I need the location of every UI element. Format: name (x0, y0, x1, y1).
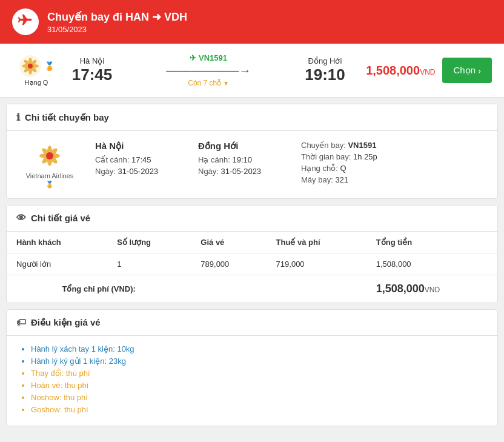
flight-card: 🏅 Hạng Q Hà Nội 17:45 ✈ VN1591 ——————→ C… (0, 44, 504, 98)
fare-conditions-list: Hành lý xách tay 1 kiện: 10kg Hành lý ký… (19, 344, 485, 414)
row-total-cell: 1,508,000 (366, 253, 497, 275)
cat-canh-row: Cất cánh: 17:45 (95, 155, 180, 164)
info-icon: ℹ (16, 112, 20, 123)
list-item: Hành lý ký gửi 1 kiện: 23kg (31, 357, 485, 366)
airline-detail-logo: Vietnam Airlines 🏅 (16, 141, 83, 189)
col-ticket-price: Giá vé (191, 232, 266, 253)
arrival-time: 19:10 (300, 65, 349, 84)
col-total: Tổng tiền (366, 232, 497, 253)
departure-detail-city: Hà Nội (95, 141, 180, 152)
arrival-detail: Đồng Hới Hạ cánh: 19:10 Ngày: 31-05-2023 (198, 141, 283, 187)
flight-extra-info: Chuyến bay: VN1591 Thời gian bay: 1h 25p… (301, 141, 410, 187)
tax-cell: 719,000 (267, 253, 366, 275)
airline-logos: 🏅 Hạng Q (12, 55, 61, 87)
header-text: Chuyến bay đi HAN ➜ VDH 31/05/2023 (47, 10, 187, 34)
svg-point-18 (46, 152, 53, 159)
passenger-cell: Người lớn (7, 253, 107, 275)
total-row: Tổng chi phí (VND): 1,508,000VND (7, 275, 497, 303)
departure-detail: Hà Nội Cất cánh: 17:45 Ngày: 31-05-2023 (95, 141, 180, 187)
header-date: 31/05/2023 (47, 25, 187, 34)
may-bay-row: Máy bay: 321 (301, 175, 410, 184)
hang-cho-row: Hạng chỗ: Q (301, 164, 410, 173)
medal-icon: 🏅 (44, 61, 55, 71)
ticket-price-cell: 789,000 (191, 253, 266, 275)
vna-logo-icon (19, 55, 42, 78)
list-item: Thay đổi: thu phí (31, 369, 485, 378)
eye-icon: 👁 (16, 213, 26, 224)
tag-icon: 🏷 (16, 317, 26, 328)
list-item: Goshow: thu phí (31, 405, 485, 414)
header-title: Chuyến bay đi HAN ➜ VDH (47, 10, 187, 24)
arrival-info: Đồng Hới 19:10 (300, 56, 349, 84)
price-detail-title: Chi tiết giá vé (31, 213, 90, 224)
ha-canh-row: Hạ cánh: 19:10 (198, 155, 283, 164)
vna-detail-logo-icon (31, 141, 68, 171)
departure-date-row: Ngày: 31-05-2023 (95, 167, 180, 176)
thoi-gian-row: Thời gian bay: 1h 25p (301, 152, 410, 161)
departure-city: Hà Nội (68, 56, 116, 65)
page-header: Chuyến bay đi HAN ➜ VDH 31/05/2023 (0, 0, 504, 44)
col-quantity: Số lượng (107, 232, 191, 253)
table-row: Người lớn 1 789,000 719,000 1,508,000 (7, 253, 497, 275)
price-table-header-row: Hành khách Số lượng Giá vé Thuế và phí T… (7, 232, 497, 253)
fare-conditions-section: 🏷 Điều kiện giá vé Hành lý xách tay 1 ki… (6, 309, 498, 426)
fare-conditions-header: 🏷 Điều kiện giá vé (7, 310, 497, 336)
chevron-right-icon: › (478, 65, 481, 76)
route-info: Hà Nội Cất cánh: 17:45 Ngày: 31-05-2023 … (95, 141, 488, 187)
fare-conditions-title: Điều kiện giá vé (31, 317, 101, 328)
quantity-cell: 1 (107, 253, 191, 275)
flight-detail-content: Vietnam Airlines 🏅 Hà Nội Cất cánh: 17:4… (7, 131, 497, 198)
chevron-down-icon: ▼ (223, 80, 229, 87)
arrival-city: Đồng Hới (300, 56, 349, 65)
chuyen-bay-row: Chuyến bay: VN1591 (301, 141, 410, 150)
departure-info: Hà Nội 17:45 (68, 56, 116, 84)
flight-detail-section: ℹ Chi tiết chuyến bay Vietnam Airlines 🏅 (6, 104, 498, 199)
price-block: 1,508,000VND (356, 64, 435, 78)
flight-detail-title: Chi tiết chuyến bay (25, 112, 109, 123)
col-passenger: Hành khách (7, 232, 107, 253)
total-label: Tổng chi phí (VND): (7, 275, 191, 303)
fare-conditions-content: Hành lý xách tay 1 kiện: 10kg Hành lý ký… (7, 336, 497, 426)
departure-time: 17:45 (68, 65, 116, 84)
arrival-date-row: Ngày: 31-05-2023 (198, 167, 283, 176)
list-item: Hoàn vé: thu phí (31, 381, 485, 390)
flight-number: ✈ VN1591 (190, 53, 227, 62)
total-amount-cell: 1,508,000VND (366, 275, 497, 303)
flight-middle: ✈ VN1591 ——————→ Còn 7 chỗ ▼ (124, 53, 293, 87)
svg-point-9 (28, 64, 33, 69)
airline-rank-label: Hạng Q (25, 79, 48, 87)
col-tax: Thuế và phí (267, 232, 366, 253)
arrival-detail-city: Đồng Hới (198, 141, 283, 152)
flight-arrow-line: ——————→ (166, 64, 251, 78)
list-item: Noshow: thu phí (31, 393, 485, 402)
price-detail-header: 👁 Chi tiết giá vé (7, 206, 497, 232)
plane-icon (12, 8, 39, 35)
price-table: Hành khách Số lượng Giá vé Thuế và phí T… (7, 232, 497, 303)
price-detail-section: 👁 Chi tiết giá vé Hành khách Số lượng Gi… (6, 205, 498, 303)
choose-button[interactable]: Chọn › (442, 58, 492, 83)
seats-available[interactable]: Còn 7 chỗ ▼ (188, 79, 229, 87)
flight-detail-header: ℹ Chi tiết chuyến bay (7, 104, 497, 131)
list-item: Hành lý xách tay 1 kiện: 10kg (31, 344, 485, 353)
